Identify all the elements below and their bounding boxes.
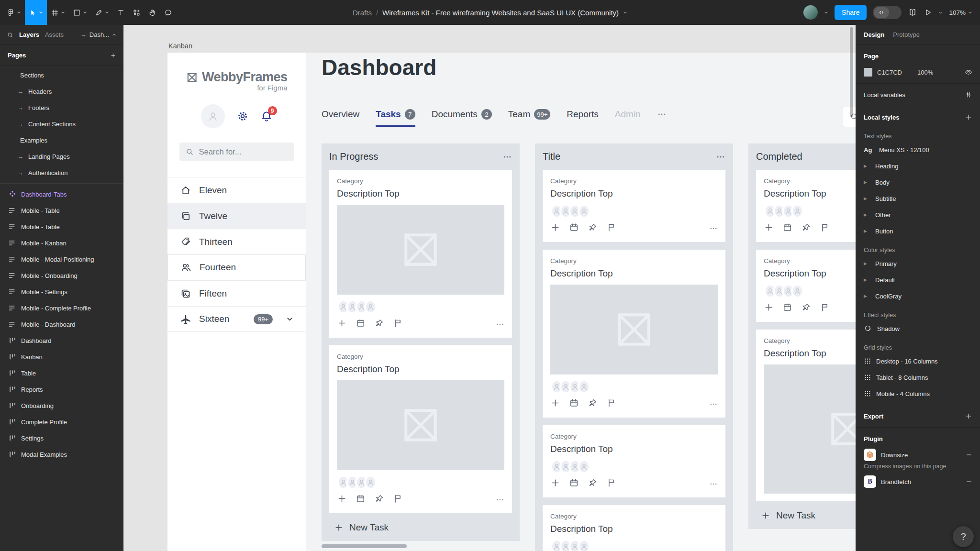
card-schedule-action[interactable] bbox=[782, 302, 792, 314]
plugin-downsize[interactable]: Downsize bbox=[856, 447, 980, 463]
sidebar-page-item[interactable]: Mobile - Table bbox=[0, 202, 123, 219]
assignee-avatar[interactable] bbox=[578, 460, 590, 473]
style-item-menu-xs[interactable]: AgMenu XS · 12/100 bbox=[856, 142, 980, 158]
actions-tool-button[interactable] bbox=[129, 0, 145, 25]
frame-label[interactable]: Kanban bbox=[168, 42, 192, 50]
card-schedule-action[interactable] bbox=[356, 318, 366, 330]
file-title[interactable]: Wireframes Kit - Free wireframing Websit… bbox=[382, 9, 619, 17]
sidebar-page-item[interactable]: Mobile - Table bbox=[0, 219, 123, 235]
card-add-action[interactable] bbox=[337, 494, 347, 506]
style-group-other[interactable]: ▶Other bbox=[856, 207, 980, 223]
wireframe-search-input[interactable]: Search for... bbox=[179, 143, 294, 161]
move-tool-button[interactable] bbox=[25, 0, 47, 25]
add-style-icon[interactable] bbox=[965, 113, 972, 121]
style-group-default[interactable]: ▶Default bbox=[856, 272, 980, 288]
sidebar-page-item[interactable]: →Headers bbox=[0, 83, 123, 99]
wireframe-tab-admin[interactable]: Admin bbox=[615, 109, 641, 127]
card-flag-action[interactable] bbox=[606, 478, 616, 490]
task-card[interactable]: CategoryDescription Top bbox=[756, 170, 856, 242]
breadcrumb-project[interactable]: Drafts bbox=[353, 9, 372, 17]
task-card[interactable]: CategoryDescription Top bbox=[543, 425, 725, 497]
style-group-button[interactable]: ▶Button bbox=[856, 223, 980, 239]
add-export-icon[interactable] bbox=[965, 412, 972, 420]
add-page-button[interactable]: + bbox=[111, 51, 115, 60]
card-pin-action[interactable] bbox=[588, 478, 598, 490]
zoom-menu[interactable]: 107% bbox=[949, 9, 972, 16]
user-avatar[interactable] bbox=[803, 5, 818, 20]
text-tool-button[interactable] bbox=[113, 0, 129, 25]
assignee-avatar[interactable] bbox=[578, 540, 590, 551]
sidebar-page-item[interactable]: →Content Sections bbox=[0, 116, 123, 132]
sidebar-page-item[interactable]: Kanban bbox=[0, 349, 123, 365]
card-pin-action[interactable] bbox=[374, 318, 384, 330]
card-schedule-action[interactable] bbox=[569, 398, 579, 410]
style-group-body[interactable]: ▶Body bbox=[856, 174, 980, 190]
card-flag-action[interactable] bbox=[820, 222, 830, 234]
sidebar-page-item[interactable]: Settings bbox=[0, 430, 123, 446]
kanban-frame[interactable]: WebbyFrames for Figma 9 Search for... bbox=[167, 53, 856, 551]
card-pin-action[interactable] bbox=[588, 222, 598, 234]
help-button[interactable]: ? bbox=[953, 526, 974, 547]
new-task-button[interactable]: New Task bbox=[756, 507, 856, 524]
chevron-down-icon[interactable] bbox=[824, 11, 828, 15]
canvas[interactable]: Kanban WebbyFrames for Figma 9 bbox=[123, 25, 856, 551]
variables-icon[interactable] bbox=[965, 91, 972, 99]
style-group-coolgray[interactable]: ▶CoolGray bbox=[856, 288, 980, 304]
color-opacity[interactable]: 100% bbox=[917, 69, 933, 76]
sidebar-page-item[interactable]: Onboarding bbox=[0, 397, 123, 414]
card-flag-action[interactable] bbox=[606, 398, 616, 410]
sidebar-page-item[interactable]: Table bbox=[0, 365, 123, 381]
task-card[interactable]: CategoryDescription Top bbox=[756, 330, 856, 501]
dev-mode-toggle[interactable] bbox=[873, 6, 902, 19]
nav-item-fifteen[interactable]: Fifteen bbox=[167, 280, 306, 306]
sidebar-page-item[interactable]: Mobile - Modal Positioning bbox=[0, 251, 123, 267]
sidebar-page-item[interactable]: Mobile - Settings bbox=[0, 284, 123, 300]
tab-assets[interactable]: Assets bbox=[45, 31, 64, 38]
card-flag-action[interactable] bbox=[393, 494, 403, 506]
assignee-avatar[interactable] bbox=[364, 476, 377, 489]
grid-style-mobile[interactable]: Mobile - 4 Columns bbox=[856, 386, 980, 402]
profile-avatar[interactable] bbox=[201, 104, 225, 128]
chevron-down-icon[interactable] bbox=[623, 11, 627, 15]
card-add-action[interactable] bbox=[550, 478, 560, 490]
wireframe-tab-team[interactable]: Team99+ bbox=[508, 109, 551, 127]
assignee-avatar[interactable] bbox=[791, 205, 804, 218]
card-schedule-action[interactable] bbox=[782, 222, 792, 234]
sidebar-page-item[interactable]: →Authentication bbox=[0, 165, 123, 181]
tab-design[interactable]: Design bbox=[864, 31, 884, 38]
search-icon[interactable] bbox=[7, 32, 13, 38]
sidebar-page-item[interactable]: →Landing Pages bbox=[0, 148, 123, 165]
hand-tool-button[interactable] bbox=[145, 0, 160, 25]
assignee-avatar[interactable] bbox=[791, 285, 804, 298]
grid-style-tablet[interactable]: Tablet - 8 Columns bbox=[856, 369, 980, 386]
card-flag-action[interactable] bbox=[820, 302, 830, 314]
card-schedule-action[interactable] bbox=[569, 222, 579, 234]
card-schedule-action[interactable] bbox=[569, 478, 579, 490]
nav-item-sixteen[interactable]: Sixteen99+ bbox=[167, 306, 306, 332]
shape-tool-button[interactable] bbox=[69, 0, 91, 25]
task-card[interactable]: CategoryDescription Top bbox=[756, 250, 856, 322]
wireframe-search-button[interactable] bbox=[843, 107, 856, 127]
pen-tool-button[interactable] bbox=[91, 0, 113, 25]
chevron-down-icon[interactable] bbox=[938, 11, 943, 15]
style-item-shadow[interactable]: Shadow bbox=[856, 320, 980, 337]
style-group-heading[interactable]: ▶Heading bbox=[856, 158, 980, 174]
tab-prototype[interactable]: Prototype bbox=[893, 31, 920, 38]
card-pin-action[interactable] bbox=[801, 302, 811, 314]
remove-plugin-icon[interactable] bbox=[966, 452, 972, 458]
card-flag-action[interactable] bbox=[606, 222, 616, 234]
task-card[interactable]: CategoryDescription Top bbox=[329, 170, 512, 338]
comment-tool-button[interactable] bbox=[160, 0, 176, 25]
sidebar-page-item[interactable]: Sections bbox=[0, 67, 123, 83]
settings-gear-icon[interactable] bbox=[236, 110, 249, 122]
wireframe-tab-documents[interactable]: Documents2 bbox=[432, 109, 492, 127]
card-pin-action[interactable] bbox=[374, 494, 384, 506]
card-add-action[interactable] bbox=[550, 222, 560, 234]
share-button[interactable]: Share bbox=[835, 5, 867, 20]
library-book-icon[interactable] bbox=[908, 8, 917, 17]
plugin-brandfetch[interactable]: B Brandfetch bbox=[856, 474, 980, 490]
card-flag-action[interactable] bbox=[393, 318, 403, 330]
sidebar-page-item[interactable]: Examples bbox=[0, 132, 123, 148]
remove-plugin-icon[interactable] bbox=[966, 478, 972, 485]
style-group-subtitle[interactable]: ▶Subtitle bbox=[856, 190, 980, 207]
